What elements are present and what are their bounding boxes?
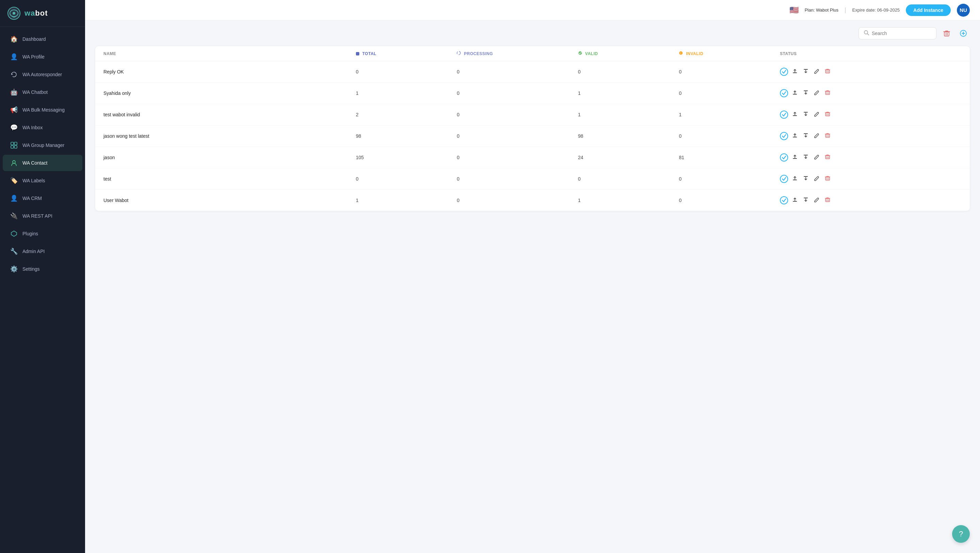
svg-text:!: ! [681, 52, 682, 54]
row-delete-icon[interactable] [824, 132, 832, 140]
sidebar-item-admin-api[interactable]: 🔧 Admin API [3, 243, 82, 259]
upload-icon[interactable] [791, 89, 799, 98]
download-icon[interactable] [802, 153, 810, 162]
sidebar-item-plugins[interactable]: Plugins [3, 226, 82, 242]
sidebar-item-label: WA Chatbot [22, 89, 48, 95]
download-icon[interactable] [802, 196, 810, 205]
search-bar-row [95, 27, 970, 40]
search-input[interactable] [872, 30, 931, 36]
sidebar-item-wa-autoresponder[interactable]: WA Autoresponder [3, 66, 82, 83]
row-delete-icon[interactable] [824, 110, 832, 119]
main-content: 🇺🇸 Plan: Wabot Plus | Expire date: 06-09… [85, 0, 980, 553]
status-check-icon [780, 111, 788, 119]
row-delete-icon[interactable] [824, 175, 832, 183]
sidebar-item-label: WA Bulk Messaging [22, 107, 65, 113]
upload-icon[interactable] [791, 153, 799, 162]
add-button[interactable] [957, 27, 970, 39]
svg-point-7 [13, 160, 15, 163]
delete-button[interactable] [940, 28, 953, 39]
upload-icon[interactable] [791, 196, 799, 205]
row-delete-icon[interactable] [824, 89, 832, 98]
row-invalid: 81 [679, 155, 780, 160]
svg-rect-4 [14, 142, 17, 145]
sidebar-item-wa-contact[interactable]: WA Contact [3, 155, 82, 171]
edit-icon[interactable] [813, 132, 821, 140]
sidebar-item-label: WA CRM [22, 195, 42, 201]
svg-rect-34 [793, 180, 797, 180]
th-name: NAME [103, 51, 356, 56]
edit-icon[interactable] [813, 196, 821, 205]
row-actions [780, 132, 962, 140]
status-check-icon [780, 132, 788, 140]
wa-labels-icon: 🏷️ [10, 177, 18, 184]
row-processing: 0 [457, 69, 578, 75]
header-divider: | [845, 6, 846, 14]
upload-icon[interactable] [791, 175, 799, 183]
row-name: Syahida only [103, 91, 356, 96]
help-button[interactable]: ? [952, 525, 970, 543]
sidebar-item-settings[interactable]: ⚙️ Settings [3, 261, 82, 277]
svg-rect-39 [826, 199, 830, 202]
table-row: test 0 0 0 0 [95, 168, 970, 190]
sidebar-item-wa-labels[interactable]: 🏷️ WA Labels [3, 172, 82, 189]
svg-rect-19 [793, 72, 797, 73]
sidebar-item-wa-bulk-messaging[interactable]: 📢 WA Bulk Messaging [3, 102, 82, 118]
row-total: 0 [356, 176, 457, 182]
svg-rect-33 [826, 156, 830, 159]
edit-icon[interactable] [813, 67, 821, 76]
svg-marker-8 [11, 231, 17, 236]
wa-inbox-icon: 💬 [10, 124, 18, 131]
sidebar-item-wa-inbox[interactable]: 💬 WA Inbox [3, 119, 82, 136]
edit-icon[interactable] [813, 153, 821, 162]
sidebar-item-wa-crm[interactable]: 👤 WA CRM [3, 190, 82, 207]
wa-bulk-messaging-icon: 📢 [10, 106, 18, 114]
sidebar-item-dashboard[interactable]: 🏠 Dashboard [3, 31, 82, 47]
svg-rect-36 [826, 177, 830, 180]
row-actions [780, 175, 962, 183]
svg-point-2 [13, 12, 15, 14]
edit-icon[interactable] [813, 89, 821, 98]
svg-rect-20 [804, 69, 808, 70]
row-total: 0 [356, 69, 457, 75]
sidebar-item-wa-rest-api[interactable]: 🔌 WA REST API [3, 208, 82, 224]
top-header: 🇺🇸 Plan: Wabot Plus | Expire date: 06-09… [85, 0, 980, 21]
row-valid: 1 [578, 91, 679, 96]
upload-icon[interactable] [791, 67, 799, 76]
help-icon: ? [959, 529, 963, 539]
sidebar-item-wa-group-manager[interactable]: WA Group Manager [3, 137, 82, 153]
download-icon[interactable] [802, 132, 810, 140]
logo-area: wabot [0, 0, 85, 27]
edit-icon[interactable] [813, 110, 821, 119]
row-valid: 1 [578, 198, 679, 203]
download-icon[interactable] [802, 89, 810, 98]
add-instance-button[interactable]: Add Instance [906, 5, 951, 16]
row-delete-icon[interactable] [824, 153, 832, 162]
edit-icon[interactable] [813, 175, 821, 183]
sidebar-item-label: WA Labels [22, 178, 45, 183]
download-icon[interactable] [802, 67, 810, 76]
plan-label: Plan: Wabot Plus [805, 8, 838, 13]
sidebar-item-wa-chatbot[interactable]: 🤖 WA Chatbot [3, 84, 82, 100]
total-dot [356, 52, 360, 56]
table-row: Syahida only 1 0 1 0 [95, 83, 970, 104]
row-total: 1 [356, 91, 457, 96]
row-valid: 0 [578, 176, 679, 182]
download-icon[interactable] [802, 175, 810, 183]
row-processing: 0 [457, 112, 578, 118]
wa-group-manager-icon [10, 141, 18, 149]
download-icon[interactable] [802, 110, 810, 119]
table-body: Reply OK 0 0 0 0 [95, 61, 970, 211]
th-invalid: ! INVALID [679, 51, 780, 56]
row-delete-icon[interactable] [824, 196, 832, 205]
settings-icon: ⚙️ [10, 265, 18, 273]
row-valid: 0 [578, 69, 679, 75]
sidebar-nav: 🏠 Dashboard 👤 WA Profile WA Autoresponde… [0, 27, 85, 553]
svg-rect-23 [804, 91, 808, 91]
contact-table: NAME TOTAL PROCESSING VALID [95, 46, 970, 211]
upload-icon[interactable] [791, 110, 799, 119]
row-delete-icon[interactable] [824, 67, 832, 76]
upload-icon[interactable] [791, 132, 799, 140]
row-name: jason wong test latest [103, 133, 356, 139]
row-invalid: 0 [679, 198, 780, 203]
sidebar-item-wa-profile[interactable]: 👤 WA Profile [3, 49, 82, 65]
